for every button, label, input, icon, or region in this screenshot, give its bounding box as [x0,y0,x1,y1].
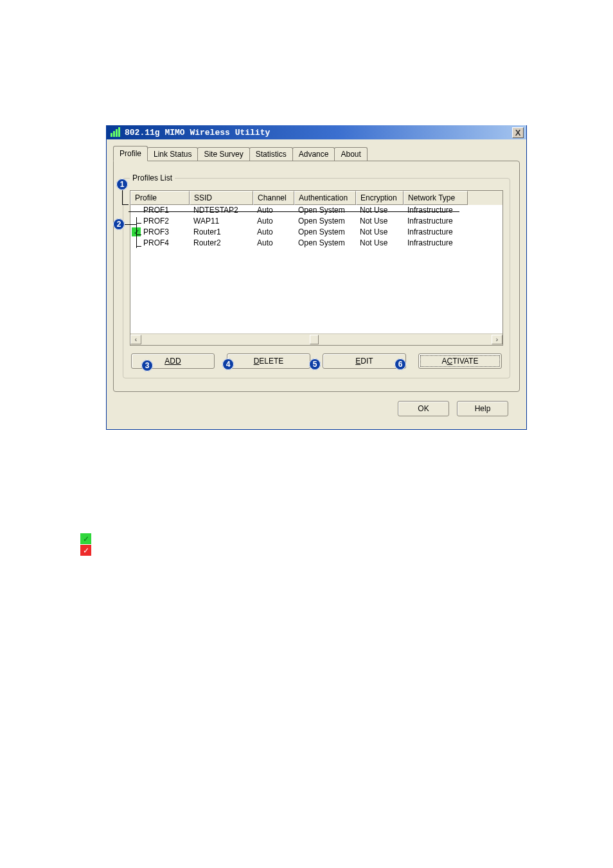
legend-check-green-icon [80,533,91,544]
cell-channel: Auto [253,205,294,216]
profiles-list-group: Profiles List Profile SSID Channel Authe… [123,178,510,378]
delete-label: DELETE [254,357,284,366]
help-button[interactable]: Help [457,401,508,416]
scroll-track[interactable] [141,335,492,344]
cell-nettype: Infrastructure [404,238,468,249]
legend-check-red-icon [80,545,91,556]
tab-statistics[interactable]: Statistics [249,147,293,161]
col-profile[interactable]: Profile [130,191,190,205]
add-button[interactable]: ADD [131,353,215,369]
ok-button[interactable]: OK [398,401,449,416]
cell-auth: Open System [294,205,356,216]
tab-link-status[interactable]: Link Status [147,147,198,161]
cell-encryption: Not Use [356,238,404,249]
dialog-buttons: OK Help [113,392,520,421]
cell-auth: Open System [294,238,356,249]
col-ssid[interactable]: SSID [190,191,253,205]
col-channel[interactable]: Channel [253,191,294,205]
cell-profile: PROF3 [143,227,169,236]
listview-header: Profile SSID Channel Authentication Encr… [130,191,502,205]
profiles-listview[interactable]: Profile SSID Channel Authentication Encr… [130,190,503,346]
close-button[interactable]: X [512,127,524,138]
cell-encryption: Not Use [356,216,404,227]
cell-ssid: Router1 [190,227,253,238]
delete-button[interactable]: DELETE [227,353,310,369]
cell-profile: PROF2 [143,217,169,226]
activate-button[interactable]: ACTIVATE [418,353,502,369]
tab-profile[interactable]: Profile [113,146,148,161]
scroll-left-icon[interactable]: ‹ [130,335,141,344]
client-area: Profile Link Status Site Survey Statisti… [107,139,526,429]
table-row[interactable]: PROF2 WAP11 Auto Open System Not Use Inf… [130,216,502,227]
col-nettype[interactable]: Network Type [404,191,468,205]
table-row[interactable]: PROF3 Router1 Auto Open System Not Use I… [130,227,502,238]
add-label: ADD [164,357,181,366]
tab-site-survey[interactable]: Site Survey [197,147,249,161]
cell-ssid: Router2 [190,238,253,249]
cell-nettype: Infrastructure [404,227,468,238]
tab-about[interactable]: About [334,147,367,161]
cell-auth: Open System [294,216,356,227]
cell-profile: PROF4 [143,238,169,247]
profile-buttons-row: ADD DELETE EDIT ACTIVATE [130,353,503,369]
cell-ssid: NDTESTAP2 [190,205,253,216]
group-label: Profiles List [130,173,175,182]
col-encryption[interactable]: Encryption [356,191,404,205]
signal-bars-icon [111,127,121,137]
cell-nettype: Infrastructure [404,216,468,227]
cell-auth: Open System [294,227,356,238]
cell-profile: PROF1 [143,206,169,215]
activate-label: ACTIVATE [442,357,479,366]
cell-encryption: Not Use [356,227,404,238]
cell-ssid: WAP11 [190,216,253,227]
hscrollbar[interactable]: ‹ › [130,333,502,345]
scroll-thumb[interactable] [310,335,319,344]
window-title: 802.11g MIMO Wireless Utility [125,128,512,137]
cell-channel: Auto [253,216,294,227]
cell-nettype: Infrastructure [404,205,468,216]
edit-button[interactable]: EDIT [323,353,406,369]
table-row[interactable]: PROF1 NDTESTAP2 Auto Open System Not Use… [130,205,502,216]
cell-channel: Auto [253,238,294,249]
table-row[interactable]: PROF4 Router2 Auto Open System Not Use I… [130,238,502,249]
title-bar: 802.11g MIMO Wireless Utility X [107,125,526,139]
scroll-right-icon[interactable]: › [492,335,502,344]
cell-encryption: Not Use [356,205,404,216]
active-check-icon [132,227,141,236]
tab-advance[interactable]: Advance [292,147,335,161]
listview-body: PROF1 NDTESTAP2 Auto Open System Not Use… [130,205,502,333]
col-auth[interactable]: Authentication [294,191,356,205]
tabstrip: Profile Link Status Site Survey Statisti… [113,146,520,161]
tab-page-profile: Profiles List Profile SSID Channel Authe… [113,161,520,392]
cell-channel: Auto [253,227,294,238]
wireless-utility-window: 802.11g MIMO Wireless Utility X Profile … [106,125,527,430]
edit-label: EDIT [355,357,373,366]
